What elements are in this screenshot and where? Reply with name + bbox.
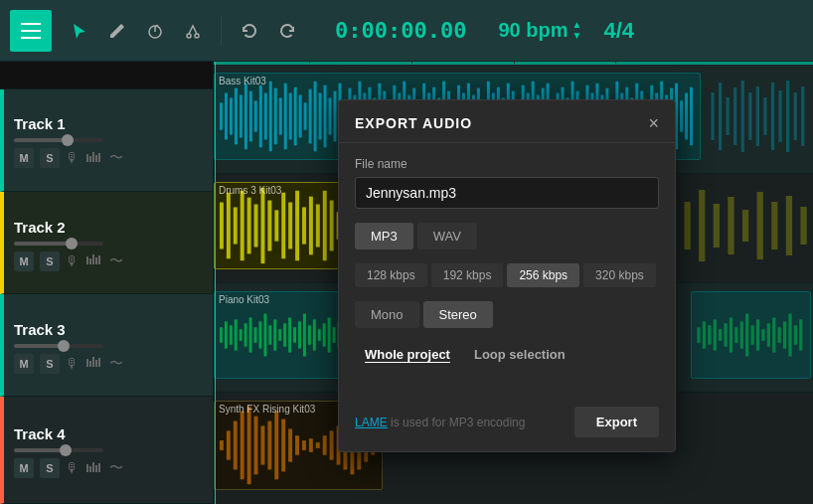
format-group: MP3 WAV: [355, 223, 659, 250]
channel-group: Mono Stereo: [355, 301, 659, 328]
bitrate-group: 128 kbps 192 kbps 256 kbps 320 kbps: [355, 263, 659, 287]
scope-group: Whole project Loop selection: [355, 342, 659, 367]
lame-note: LAME is used for MP3 encoding: [355, 416, 525, 429]
bitrate-256-button[interactable]: 256 kbps: [507, 263, 579, 287]
lame-link[interactable]: LAME: [355, 416, 388, 429]
scope-whole-project-button[interactable]: Whole project: [355, 342, 460, 367]
export-button[interactable]: Export: [574, 407, 659, 437]
format-mp3-button[interactable]: MP3: [355, 223, 413, 250]
scope-loop-selection-button[interactable]: Loop selection: [464, 342, 575, 367]
dialog-header: EXPORT AUDIO ×: [339, 100, 675, 143]
bitrate-320-button[interactable]: 320 kbps: [583, 263, 656, 287]
dialog-footer: LAME is used for MP3 encoding Export: [339, 397, 675, 451]
dialog-close-button[interactable]: ×: [648, 114, 659, 132]
bitrate-128-button[interactable]: 128 kbps: [355, 263, 427, 287]
channel-stereo-button[interactable]: Stereo: [423, 301, 493, 328]
export-audio-dialog: EXPORT AUDIO × File name MP3 WAV 128 kbp…: [338, 99, 676, 452]
file-name-input[interactable]: [355, 177, 659, 209]
dialog-overlay: EXPORT AUDIO × File name MP3 WAV 128 kbp…: [0, 0, 813, 504]
format-wav-button[interactable]: WAV: [417, 223, 477, 250]
bitrate-192-button[interactable]: 192 kbps: [431, 263, 504, 287]
dialog-title: EXPORT AUDIO: [355, 115, 472, 131]
channel-mono-button[interactable]: Mono: [355, 301, 419, 328]
lame-note-text: is used for MP3 encoding: [391, 416, 525, 429]
file-name-label: File name: [355, 157, 659, 171]
dialog-body: File name MP3 WAV 128 kbps 192 kbps 256 …: [339, 143, 675, 397]
